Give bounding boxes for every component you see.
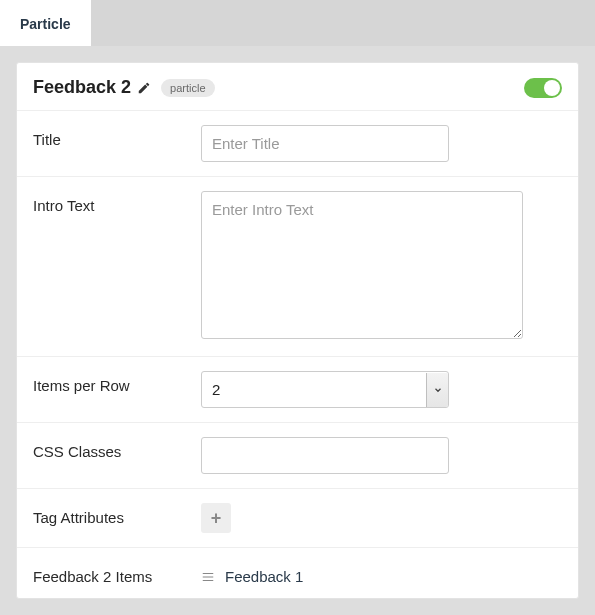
- toggle-knob: [544, 80, 560, 96]
- plus-icon: +: [211, 508, 222, 529]
- enable-toggle[interactable]: [524, 78, 562, 98]
- title-input[interactable]: [201, 125, 449, 162]
- label-feedback-items: Feedback 2 Items: [33, 562, 201, 585]
- feedback-items-list: Feedback 1 Feedback 2 Feedback 3 Feedbac…: [201, 562, 562, 599]
- tab-bar: Particle: [0, 0, 595, 46]
- row-feedback-items: Feedback 2 Items Feedback 1 Feedback 2 F…: [17, 548, 578, 599]
- chevron-down-icon: [426, 373, 448, 407]
- drag-handle-icon[interactable]: [201, 570, 215, 584]
- label-items-per-row: Items per Row: [33, 371, 201, 394]
- panel-header: Feedback 2 particle: [17, 63, 578, 111]
- label-tag-attributes: Tag Attributes: [33, 503, 201, 526]
- row-items-per-row: Items per Row 2: [17, 357, 578, 423]
- list-item[interactable]: Feedback 1: [201, 562, 562, 592]
- add-tag-attribute-button[interactable]: +: [201, 503, 231, 533]
- css-classes-input[interactable]: [201, 437, 449, 474]
- tab-particle[interactable]: Particle: [0, 0, 91, 46]
- label-title: Title: [33, 125, 201, 148]
- row-title: Title: [17, 111, 578, 177]
- list-item-label: Feedback 2: [225, 598, 303, 599]
- list-item-label: Feedback 1: [225, 568, 303, 586]
- panel: Feedback 2 particle Title Intro Text Ite…: [16, 62, 579, 599]
- particle-badge: particle: [161, 79, 214, 97]
- row-tag-attributes: Tag Attributes +: [17, 489, 578, 548]
- label-css-classes: CSS Classes: [33, 437, 201, 460]
- row-intro-text: Intro Text: [17, 177, 578, 357]
- intro-text-textarea[interactable]: [201, 191, 523, 339]
- list-item[interactable]: Feedback 2: [201, 592, 562, 599]
- items-per-row-value: 2: [202, 372, 426, 407]
- edit-title-icon[interactable]: [137, 81, 151, 95]
- label-intro-text: Intro Text: [33, 191, 201, 214]
- items-per-row-select[interactable]: 2: [201, 371, 449, 408]
- row-css-classes: CSS Classes: [17, 423, 578, 489]
- panel-title: Feedback 2: [33, 77, 131, 98]
